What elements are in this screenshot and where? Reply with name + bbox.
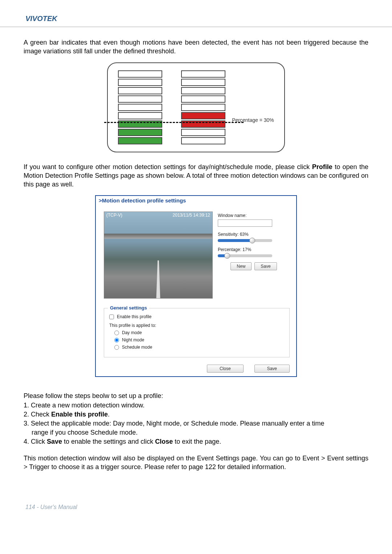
window-name-input[interactable]: [218, 219, 272, 227]
header-divider: [0, 26, 392, 27]
night-mode-radio[interactable]: [114, 338, 119, 342]
panel-title: >Motion detection profile settings: [96, 196, 296, 205]
sensitivity-label: Sensitivity: 63%: [218, 232, 290, 237]
day-mode-row[interactable]: Day mode: [114, 330, 284, 335]
green-bar-column: [118, 70, 162, 144]
threshold-line: [104, 122, 244, 123]
brand-label: VIVOTEK: [25, 15, 57, 22]
intro-paragraph: A green bar indicates that even though m…: [24, 38, 368, 56]
enable-profile-row[interactable]: Enable this profile: [109, 314, 284, 319]
close-button[interactable]: Close: [207, 365, 244, 373]
save-button[interactable]: Save: [254, 262, 277, 270]
new-button[interactable]: New: [230, 262, 252, 270]
applied-to-label: This profile is applied to:: [109, 323, 284, 328]
day-mode-radio[interactable]: [114, 331, 119, 335]
video-preview: (TCP-V) 2013/11/5 14:39:12: [104, 212, 213, 299]
general-settings-legend: General settings: [108, 305, 149, 311]
red-bar-column: [181, 70, 225, 144]
enable-profile-label: Enable this profile: [117, 314, 151, 319]
schedule-mode-row[interactable]: Schedule mode: [114, 345, 284, 350]
page-footer: 114 - User's Manual: [0, 493, 392, 525]
osd-timestamp: 2013/11/5 14:39:12: [173, 213, 210, 218]
threshold-diagram: Percentage = 30%: [24, 62, 368, 152]
setup-steps: Please follow the steps beolw to set up …: [24, 391, 368, 446]
percentage-slider-label: Percentage: 17%: [218, 247, 290, 252]
enable-profile-checkbox[interactable]: [109, 315, 114, 319]
event-settings-paragraph: This motion detection window will also b…: [24, 454, 368, 472]
profile-paragraph: If you want to configure other motion de…: [24, 163, 368, 189]
profile-settings-screenshot: >Motion detection profile settings (TCP-…: [95, 195, 297, 377]
schedule-mode-radio[interactable]: [114, 345, 119, 350]
footer-save-button[interactable]: Save: [254, 365, 290, 373]
night-mode-row[interactable]: Night mode: [114, 337, 284, 342]
osd-camera-name: (TCP-V): [106, 213, 122, 218]
window-name-label: Window name:: [218, 213, 290, 218]
percentage-slider[interactable]: [218, 254, 272, 257]
sensitivity-slider[interactable]: [218, 239, 272, 242]
